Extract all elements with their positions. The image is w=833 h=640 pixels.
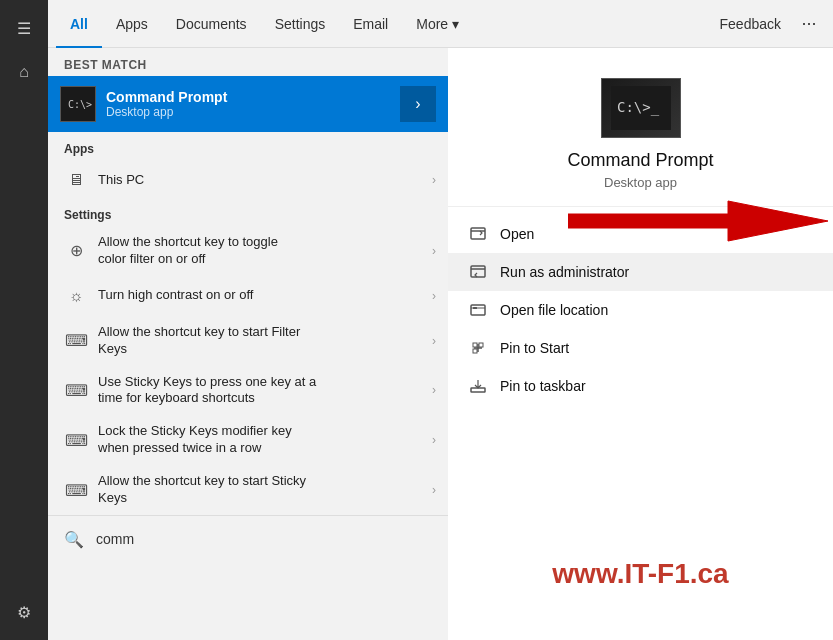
nav-tabs: All Apps Documents Settings Email More ▾… (48, 0, 833, 48)
svg-rect-7 (473, 307, 477, 309)
action-pin-to-start[interactable]: Pin to Start (448, 329, 833, 367)
best-match-app-icon: C:\> (60, 86, 96, 122)
this-pc-icon: 🖥 (64, 168, 88, 192)
sidebar: ☰ ⌂ ⚙ (0, 0, 48, 640)
tab-more[interactable]: More ▾ (402, 0, 473, 48)
best-match-subtitle: Desktop app (106, 105, 400, 119)
sticky-keys-label: Use Sticky Keys to press one key at atim… (98, 374, 428, 408)
tab-email[interactable]: Email (339, 0, 402, 48)
open-file-location-label: Open file location (500, 302, 608, 318)
lock-sticky-keys-icon: ⌨ (64, 428, 88, 452)
list-item[interactable]: ⌨ Allow the shortcut key to start Sticky… (48, 465, 448, 515)
search-input[interactable] (96, 531, 436, 547)
svg-text:C:\>: C:\> (68, 99, 92, 110)
pin-to-taskbar-label: Pin to taskbar (500, 378, 586, 394)
list-item[interactable]: ⊕ Allow the shortcut key to togglecolor … (48, 226, 448, 276)
color-filter-icon: ⊕ (64, 239, 88, 263)
tab-documents[interactable]: Documents (162, 0, 261, 48)
high-contrast-label: Turn high contrast on or off (98, 287, 428, 304)
sticky-keys-shortcut-icon: ⌨ (64, 478, 88, 502)
results-panel: Best match C:\> Command Prompt Desktop a… (48, 48, 448, 515)
svg-rect-5 (471, 266, 485, 277)
main-area: All Apps Documents Settings Email More ▾… (48, 0, 833, 640)
list-item[interactable]: ⌨ Allow the shortcut key to start Filter… (48, 316, 448, 366)
sticky-keys-shortcut-label: Allow the shortcut key to start StickyKe… (98, 473, 428, 507)
action-open-file-location[interactable]: Open file location (448, 291, 833, 329)
svg-text:C:\>_: C:\>_ (617, 99, 660, 116)
detail-app-subtitle: Desktop app (604, 175, 677, 190)
detail-app-icon: C:\>_ (601, 78, 681, 138)
chevron-right-icon: › (432, 383, 436, 397)
this-pc-label: This PC (98, 172, 428, 189)
tab-all[interactable]: All (56, 0, 102, 48)
lock-sticky-keys-label: Lock the Sticky Keys modifier keywhen pr… (98, 423, 428, 457)
home-icon[interactable]: ⌂ (4, 52, 44, 92)
detail-panel: C:\>_ Command Prompt Desktop app Open (448, 48, 833, 640)
watermark: www.IT-F1.ca (552, 558, 728, 590)
detail-app-info: C:\>_ Command Prompt Desktop app (448, 48, 833, 207)
results-panel-wrapper: Best match C:\> Command Prompt Desktop a… (48, 48, 448, 640)
detail-app-title: Command Prompt (567, 150, 713, 171)
filter-keys-icon: ⌨ (64, 329, 88, 353)
chevron-right-icon: › (432, 244, 436, 258)
settings-section-header: Settings (48, 200, 448, 226)
best-match-item[interactable]: C:\> Command Prompt Desktop app › (48, 76, 448, 132)
list-item[interactable]: ⌨ Lock the Sticky Keys modifier keywhen … (48, 415, 448, 465)
action-list: Open Run as administrator (448, 207, 833, 413)
tab-apps[interactable]: Apps (102, 0, 162, 48)
chevron-right-icon: › (432, 433, 436, 447)
list-item[interactable]: ⌨ Use Sticky Keys to press one key at at… (48, 366, 448, 416)
run-as-admin-label: Run as administrator (500, 264, 629, 280)
chevron-right-icon: › (432, 483, 436, 497)
svg-rect-10 (473, 349, 477, 353)
content-area: Best match C:\> Command Prompt Desktop a… (48, 48, 833, 640)
tab-settings[interactable]: Settings (261, 0, 340, 48)
color-filter-label: Allow the shortcut key to togglecolor fi… (98, 234, 428, 268)
hamburger-icon[interactable]: ☰ (4, 8, 44, 48)
pin-to-start-label: Pin to Start (500, 340, 569, 356)
best-match-arrow-icon[interactable]: › (400, 86, 436, 122)
list-item[interactable]: 🖥 This PC › (48, 160, 448, 200)
best-match-title: Command Prompt (106, 89, 400, 105)
action-run-as-admin[interactable]: Run as administrator (448, 253, 833, 291)
list-item[interactable]: ☼ Turn high contrast on or off › (48, 276, 448, 316)
apps-section-header: Apps (48, 132, 448, 160)
chevron-down-icon: ▾ (452, 16, 459, 32)
high-contrast-icon: ☼ (64, 284, 88, 308)
feedback-button[interactable]: Feedback (708, 16, 793, 32)
open-icon (468, 224, 488, 244)
svg-rect-9 (479, 343, 483, 347)
svg-rect-8 (473, 343, 477, 347)
more-options-button[interactable]: ··· (793, 8, 825, 40)
sticky-keys-icon: ⌨ (64, 378, 88, 402)
chevron-right-icon: › (432, 289, 436, 303)
open-label: Open (500, 226, 534, 242)
run-as-admin-icon (468, 262, 488, 282)
settings-icon[interactable]: ⚙ (4, 592, 44, 632)
pin-to-taskbar-icon (468, 376, 488, 396)
best-match-header: Best match (48, 48, 448, 76)
chevron-right-icon: › (432, 334, 436, 348)
pin-to-start-icon (468, 338, 488, 358)
chevron-right-icon: › (432, 173, 436, 187)
action-pin-to-taskbar[interactable]: Pin to taskbar (448, 367, 833, 405)
filter-keys-label: Allow the shortcut key to start FilterKe… (98, 324, 428, 358)
search-bar: 🔍 (48, 515, 448, 563)
svg-rect-6 (471, 305, 485, 315)
svg-rect-4 (471, 228, 485, 239)
open-file-location-icon (468, 300, 488, 320)
action-open[interactable]: Open (448, 215, 833, 253)
search-icon: 🔍 (60, 525, 88, 553)
